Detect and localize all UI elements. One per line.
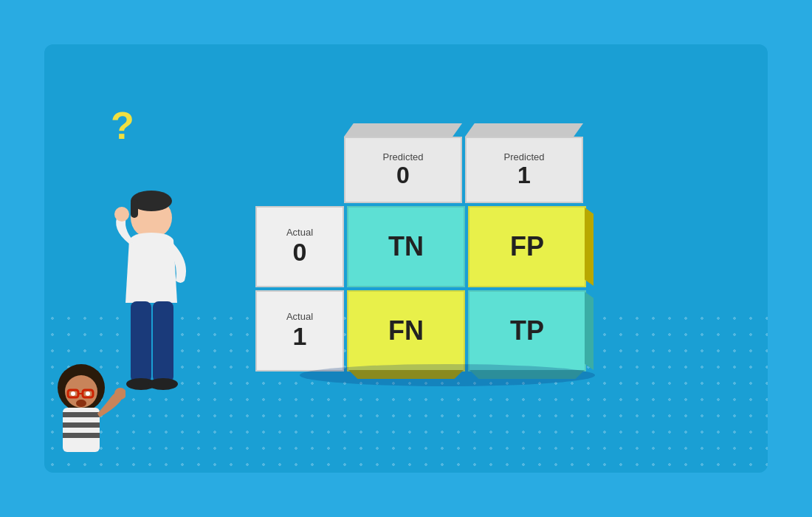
cell-fn: FN xyxy=(347,290,465,372)
svg-point-6 xyxy=(148,378,178,390)
fp-label: FP xyxy=(510,231,544,262)
ground-shadow xyxy=(300,364,595,386)
actual-0-value: 0 xyxy=(293,238,307,267)
svg-rect-3 xyxy=(131,301,151,383)
actual-1-header: Actual 1 xyxy=(255,290,344,372)
svg-point-14 xyxy=(71,391,75,396)
svg-rect-4 xyxy=(153,301,173,383)
girl-figure xyxy=(44,347,125,473)
actual-1-label: Actual xyxy=(286,311,313,322)
tp-label: TP xyxy=(510,315,544,346)
matrix-header-row: Predicted 0 Predicted 1 xyxy=(344,137,586,203)
svg-point-13 xyxy=(76,400,86,407)
matrix-row-0: Actual 0 TN FP xyxy=(255,206,586,287)
actual-0-label: Actual xyxy=(286,227,313,238)
cell-fp: FP xyxy=(468,206,586,287)
svg-point-7 xyxy=(114,207,129,222)
svg-rect-2 xyxy=(131,199,138,218)
main-container: ? xyxy=(44,44,768,473)
header-predicted-0: Predicted 0 xyxy=(344,137,462,203)
matrix-row-1: Actual 1 FN TP xyxy=(255,290,586,372)
predicted-0-label: Predicted xyxy=(383,151,424,162)
actual-1-value: 1 xyxy=(293,322,307,351)
question-mark: ? xyxy=(111,103,134,148)
predicted-1-label: Predicted xyxy=(504,151,545,162)
predicted-0-value: 0 xyxy=(396,162,410,188)
svg-rect-17 xyxy=(63,412,100,417)
predicted-1-value: 1 xyxy=(517,162,531,188)
tn-label: TN xyxy=(388,231,424,262)
svg-point-15 xyxy=(86,391,90,396)
fn-label: FN xyxy=(388,315,424,346)
header-predicted-1: Predicted 1 xyxy=(465,137,583,203)
actual-0-header: Actual 0 xyxy=(255,206,344,287)
svg-rect-18 xyxy=(63,422,100,428)
cell-tp: TP xyxy=(468,290,586,372)
svg-rect-19 xyxy=(63,433,100,438)
cell-tn: TN xyxy=(347,206,465,287)
confusion-matrix: Predicted 0 Predicted 1 Actual 0 TN FP xyxy=(255,123,586,372)
